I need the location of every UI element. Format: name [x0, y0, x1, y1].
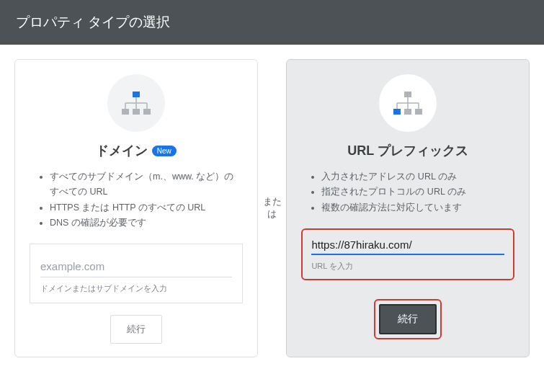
- domain-title-row: ドメイン New: [96, 142, 177, 159]
- new-badge: New: [152, 146, 177, 156]
- url-continue-button[interactable]: 続行: [379, 304, 437, 334]
- url-prefix-card: URL プレフィックス 入力されたアドレスの URL のみ 指定されたプロトコル…: [286, 59, 530, 357]
- svg-rect-3: [143, 109, 151, 115]
- svg-rect-1: [122, 109, 129, 115]
- list-item: 複数の確認方法に対応しています: [321, 200, 514, 215]
- sitemap-icon: [391, 90, 424, 116]
- url-feature-list: 入力されたアドレスの URL のみ 指定されたプロトコルの URL のみ 複数の…: [301, 169, 514, 215]
- dialog-title: プロパティ タイプの選択: [16, 14, 170, 30]
- domain-input-box: ドメインまたはサブドメインを入力: [30, 244, 243, 303]
- url-input-helper: URL を入力: [311, 261, 504, 272]
- svg-rect-9: [404, 92, 411, 97]
- list-item: 入力されたアドレスの URL のみ: [321, 169, 514, 184]
- list-item: HTTPS または HTTP のすべての URL: [50, 200, 243, 215]
- domain-feature-list: すべてのサブドメイン（m.、www. など）のすべての URL HTTPS また…: [30, 169, 243, 231]
- svg-rect-2: [133, 109, 140, 115]
- card-divider: または: [258, 59, 287, 357]
- url-title-row: URL プレフィックス: [347, 142, 468, 159]
- url-input[interactable]: [311, 237, 504, 255]
- dialog-header: プロパティ タイプの選択: [0, 0, 544, 45]
- domain-input-helper: ドメインまたはサブドメインを入力: [40, 283, 232, 294]
- svg-rect-12: [415, 109, 422, 115]
- domain-card: ドメイン New すべてのサブドメイン（m.、www. など）のすべての URL…: [14, 59, 258, 357]
- url-input-box-highlight: URL を入力: [301, 228, 514, 280]
- divider-label: または: [261, 196, 284, 220]
- domain-continue-button[interactable]: 続行: [110, 315, 162, 344]
- url-prefix-icon: [379, 74, 437, 132]
- url-continue-highlight: 続行: [374, 299, 442, 339]
- content-area: ドメイン New すべてのサブドメイン（m.、www. など）のすべての URL…: [0, 45, 544, 357]
- sitemap-icon: [120, 90, 153, 116]
- svg-rect-10: [393, 109, 401, 115]
- list-item: すべてのサブドメイン（m.、www. など）のすべての URL: [50, 169, 243, 200]
- domain-title: ドメイン: [96, 142, 148, 159]
- svg-rect-0: [133, 92, 140, 97]
- url-title: URL プレフィックス: [347, 142, 468, 159]
- list-item: 指定されたプロトコルの URL のみ: [321, 184, 514, 200]
- domain-input[interactable]: [40, 257, 232, 277]
- list-item: DNS の確認が必要です: [50, 215, 243, 231]
- svg-rect-11: [404, 109, 411, 115]
- domain-icon: [107, 74, 165, 132]
